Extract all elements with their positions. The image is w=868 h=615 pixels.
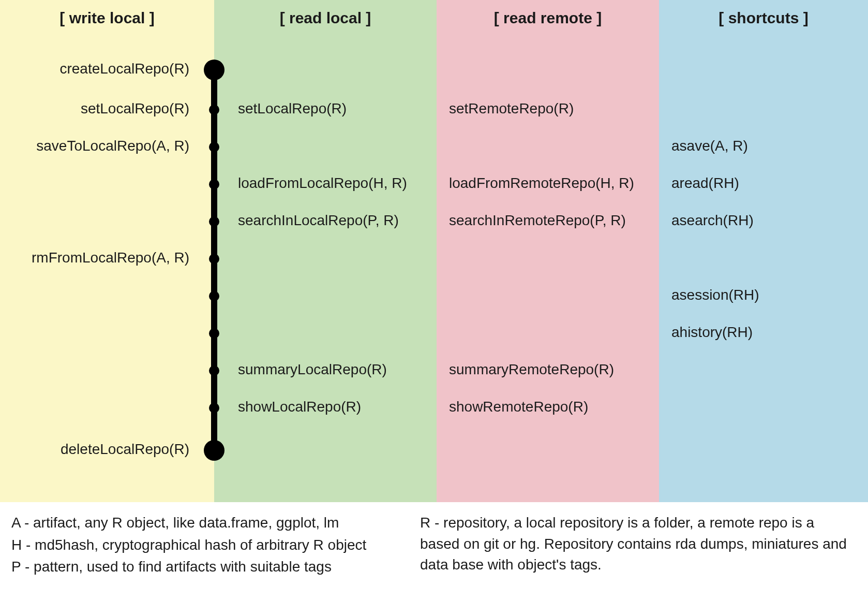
cell-read_remote-2	[437, 127, 659, 165]
cell-shortcuts-7: ahistory(RH)	[659, 314, 868, 351]
cell-write_local-0: createLocalRepo(R)	[0, 48, 214, 90]
cell-shortcuts-2: asave(A, R)	[659, 127, 868, 165]
cell-write_local-7	[0, 314, 214, 351]
timeline-node-4	[209, 216, 219, 227]
column-read-local: [ read local ] setLocalRepo(R)loadFromLo…	[214, 0, 437, 502]
cell-write_local-6	[0, 276, 214, 314]
cell-read_remote-9: showRemoteRepo(R)	[437, 388, 659, 426]
cell-read_local-6	[214, 276, 437, 314]
cell-read_remote-3: loadFromRemoteRepo(H, R)	[437, 165, 659, 202]
timeline-bar	[211, 67, 217, 453]
cell-write_local-8	[0, 351, 214, 388]
cell-shortcuts-5	[659, 239, 868, 276]
cell-read_remote-1: setRemoteRepo(R)	[437, 90, 659, 127]
cell-read_local-0	[214, 48, 437, 90]
cell-shortcuts-6: asession(RH)	[659, 276, 868, 314]
legend-P: P - pattern, used to find artifacts with…	[11, 557, 384, 578]
cell-read_local-8: summaryLocalRepo(R)	[214, 351, 437, 388]
cell-write_local-2: saveToLocalRepo(A, R)	[0, 127, 214, 165]
cell-shortcuts-1	[659, 90, 868, 127]
cell-shortcuts-8	[659, 351, 868, 388]
cell-read_remote-7	[437, 314, 659, 351]
cell-read_remote-6	[437, 276, 659, 314]
cell-read_remote-0	[437, 48, 659, 90]
cell-write_local-9	[0, 388, 214, 426]
cell-write_local-10: deleteLocalRepo(R)	[0, 426, 214, 473]
header-read-local: [ read local ]	[214, 9, 437, 27]
cell-shortcuts-4: asearch(RH)	[659, 202, 868, 239]
cell-read_local-3: loadFromLocalRepo(H, R)	[214, 165, 437, 202]
cell-shortcuts-3: aread(RH)	[659, 165, 868, 202]
timeline-node-2	[209, 142, 219, 152]
cell-write_local-1: setLocalRepo(R)	[0, 90, 214, 127]
timeline-node-1	[209, 105, 219, 115]
cell-read_local-9: showLocalRepo(R)	[214, 388, 437, 426]
timeline-node-0	[204, 60, 225, 80]
column-write-local: [ write local ] createLocalRepo(R)setLoc…	[0, 0, 214, 502]
header-shortcuts: [ shortcuts ]	[659, 9, 868, 27]
cell-read_remote-8: summaryRemoteRepo(R)	[437, 351, 659, 388]
legend-R: R - repository, a local repository is a …	[420, 512, 857, 576]
timeline-node-10	[204, 440, 225, 461]
timeline-node-5	[209, 254, 219, 264]
cell-read_remote-4: searchInRemoteRepo(P, R)	[437, 202, 659, 239]
cell-read_local-10	[214, 426, 437, 473]
timeline-node-9	[209, 403, 219, 413]
cell-shortcuts-9	[659, 388, 868, 426]
legend-right: R - repository, a local repository is a …	[420, 511, 857, 579]
cell-shortcuts-10	[659, 426, 868, 473]
header-read-remote: [ read remote ]	[437, 9, 659, 27]
cell-shortcuts-0	[659, 48, 868, 90]
legend: A - artifact, any R object, like data.fr…	[0, 502, 868, 588]
timeline-node-3	[209, 179, 219, 189]
header-write-local: [ write local ]	[0, 9, 214, 27]
cell-read_local-2	[214, 127, 437, 165]
cell-write_local-4	[0, 202, 214, 239]
column-read-remote: [ read remote ] setRemoteRepo(R)loadFrom…	[437, 0, 659, 502]
timeline-node-7	[209, 328, 219, 339]
cell-read_local-7	[214, 314, 437, 351]
function-grid: [ write local ] createLocalRepo(R)setLoc…	[0, 0, 868, 502]
cell-read_remote-10	[437, 426, 659, 473]
cell-write_local-5: rmFromLocalRepo(A, R)	[0, 239, 214, 276]
cell-write_local-3	[0, 165, 214, 202]
cell-read_local-4: searchInLocalRepo(P, R)	[214, 202, 437, 239]
cell-read_remote-5	[437, 239, 659, 276]
cell-read_local-5	[214, 239, 437, 276]
cell-read_local-1: setLocalRepo(R)	[214, 90, 437, 127]
legend-A: A - artifact, any R object, like data.fr…	[11, 512, 384, 534]
column-shortcuts: [ shortcuts ] asave(A, R)aread(RH)asearc…	[659, 0, 868, 502]
timeline-node-6	[209, 291, 219, 301]
timeline-node-8	[209, 365, 219, 376]
legend-left: A - artifact, any R object, like data.fr…	[11, 511, 384, 579]
legend-H: H - md5hash, cryptographical hash of arb…	[11, 535, 384, 556]
